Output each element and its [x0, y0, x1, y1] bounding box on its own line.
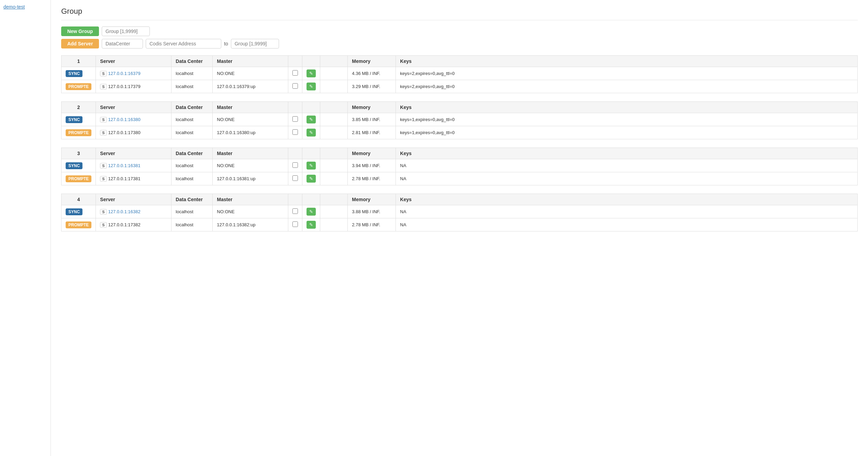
s-badge: S	[100, 163, 107, 169]
server-link[interactable]: 127.0.0.1:16381	[108, 163, 141, 168]
keys-cell: keys=2,expires=0,avg_ttl=0	[396, 80, 858, 93]
badge-sync[interactable]: SYNC	[66, 70, 82, 77]
checkbox-cell	[288, 218, 302, 231]
badge-sync[interactable]: SYNC	[66, 162, 82, 169]
badge-prompte[interactable]: PROMPTE	[66, 221, 91, 228]
master-cell: 127.0.0.1:16381:up	[213, 172, 288, 185]
group-2-number-header: 2	[62, 102, 96, 113]
server-link[interactable]: 127.0.0.1:16382	[108, 209, 141, 214]
badge-prompte[interactable]: PROMPTE	[66, 83, 91, 90]
edit-button[interactable]: ✎	[307, 208, 316, 216]
row-status-sync: SYNC	[62, 205, 96, 218]
datacenter-cell: localhost	[171, 113, 213, 126]
table-row: SYNCS127.0.0.1:16381localhostNO:ONE✎3.94…	[62, 159, 858, 172]
row-checkbox[interactable]	[292, 175, 298, 181]
edit-button[interactable]: ✎	[307, 83, 316, 90]
server-link[interactable]: 127.0.0.1:16380	[108, 117, 141, 122]
edit-button[interactable]: ✎	[307, 221, 316, 229]
checkbox-cell	[288, 113, 302, 126]
datacenter-input[interactable]	[102, 39, 143, 48]
master-cell: NO:ONE	[213, 67, 288, 80]
row-status-sync: SYNC	[62, 113, 96, 126]
group-to-input[interactable]	[231, 39, 279, 48]
page-title: Group	[61, 7, 858, 20]
group-3-col-3	[288, 148, 302, 159]
edit-button[interactable]: ✎	[307, 175, 316, 183]
s-badge: S	[100, 71, 107, 76]
group-2-col-1: Data Center	[171, 102, 213, 113]
server-cell: S127.0.0.1:17381	[96, 172, 171, 185]
edit-button[interactable]: ✎	[307, 129, 316, 137]
edit-button[interactable]: ✎	[307, 116, 316, 123]
badge-sync[interactable]: SYNC	[66, 116, 82, 123]
edit-cell: ✎	[302, 172, 320, 185]
row-checkbox[interactable]	[292, 162, 298, 168]
edit-button[interactable]: ✎	[307, 162, 316, 170]
main-content: Group New Group Add Server to 1ServerDat…	[51, 0, 868, 456]
keys-cell: NA	[396, 159, 858, 172]
sidebar-link-demo-test[interactable]: demo-test	[3, 4, 25, 10]
memory-cell: 3.29 MB / INF.	[348, 80, 396, 93]
table-row: SYNCS127.0.0.1:16380localhostNO:ONE✎3.85…	[62, 113, 858, 126]
row-status-prompte: PROMPTE	[62, 126, 96, 139]
add-server-button[interactable]: Add Server	[61, 39, 99, 48]
server-cell: S127.0.0.1:17379	[96, 80, 171, 93]
keys-cell: keys=2,expires=0,avg_ttl=0	[396, 67, 858, 80]
memory-cell: 2.81 MB / INF.	[348, 126, 396, 139]
new-group-button[interactable]: New Group	[61, 26, 99, 36]
group-4-number-header: 4	[62, 194, 96, 205]
memory-cell: 3.88 MB / INF.	[348, 205, 396, 218]
group-1-col-0: Server	[96, 56, 171, 67]
group-1-col-7: Keys	[396, 56, 858, 67]
group-1-number-header: 1	[62, 56, 96, 67]
row-status-prompte: PROMPTE	[62, 218, 96, 231]
server-cell: S127.0.0.1:17382	[96, 218, 171, 231]
row-checkbox[interactable]	[292, 208, 298, 214]
group-3-col-4	[302, 148, 320, 159]
row-checkbox[interactable]	[292, 116, 298, 122]
table-row: SYNCS127.0.0.1:16382localhostNO:ONE✎3.88…	[62, 205, 858, 218]
server-cell: S127.0.0.1:16381	[96, 159, 171, 172]
badge-sync[interactable]: SYNC	[66, 208, 82, 215]
group-table-1: 1ServerData CenterMasterMemoryKeysSYNCS1…	[61, 55, 858, 93]
checkbox-cell	[288, 205, 302, 218]
empty-cell	[320, 218, 348, 231]
keys-cell: keys=1,expires=0,avg_ttl=0	[396, 126, 858, 139]
datacenter-cell: localhost	[171, 218, 213, 231]
server-address-input[interactable]	[146, 39, 221, 48]
row-checkbox[interactable]	[292, 70, 298, 76]
server-text: 127.0.0.1:17380	[108, 130, 141, 135]
group-1-col-6: Memory	[348, 56, 396, 67]
to-label: to	[224, 41, 228, 46]
badge-prompte[interactable]: PROMPTE	[66, 175, 91, 182]
row-checkbox[interactable]	[292, 129, 298, 135]
edit-button[interactable]: ✎	[307, 69, 316, 77]
server-text: 127.0.0.1:17381	[108, 176, 141, 181]
badge-prompte[interactable]: PROMPTE	[66, 129, 91, 136]
row-checkbox[interactable]	[292, 83, 298, 89]
master-cell: 127.0.0.1:16382:up	[213, 218, 288, 231]
s-badge: S	[100, 222, 107, 228]
row-status-prompte: PROMPTE	[62, 172, 96, 185]
group-3-col-7: Keys	[396, 148, 858, 159]
group-table-3: 3ServerData CenterMasterMemoryKeysSYNCS1…	[61, 148, 858, 185]
new-group-input[interactable]	[102, 26, 150, 36]
master-cell: 127.0.0.1:16379:up	[213, 80, 288, 93]
toolbar-row-add-server: Add Server to	[61, 39, 858, 48]
group-3-col-5	[320, 148, 348, 159]
group-2-col-4	[302, 102, 320, 113]
server-link[interactable]: 127.0.0.1:16379	[108, 71, 141, 76]
group-2-col-2: Master	[213, 102, 288, 113]
row-status-sync: SYNC	[62, 159, 96, 172]
master-cell: NO:ONE	[213, 113, 288, 126]
groups-container: 1ServerData CenterMasterMemoryKeysSYNCS1…	[61, 55, 858, 231]
s-badge: S	[100, 117, 107, 122]
checkbox-cell	[288, 67, 302, 80]
row-checkbox[interactable]	[292, 221, 298, 227]
server-cell: S127.0.0.1:16380	[96, 113, 171, 126]
group-4-col-7: Keys	[396, 194, 858, 205]
server-text: 127.0.0.1:17382	[108, 222, 141, 227]
empty-cell	[320, 80, 348, 93]
master-cell: NO:ONE	[213, 205, 288, 218]
group-4-col-4	[302, 194, 320, 205]
